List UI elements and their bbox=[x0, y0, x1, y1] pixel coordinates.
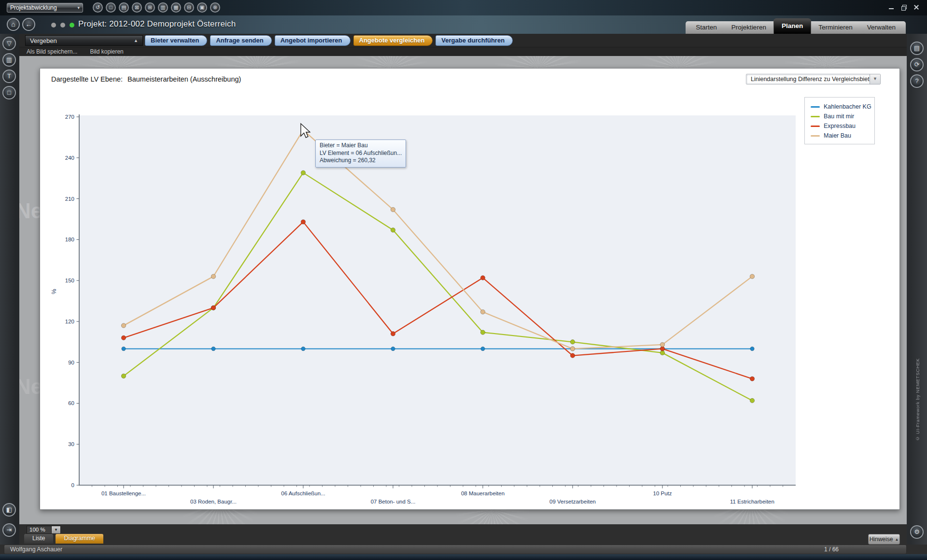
context-actions: Als Bild speichern...Bild kopieren bbox=[19, 47, 907, 56]
left-rail: ▽▥T□◧⇥ bbox=[0, 34, 19, 545]
svg-text:150: 150 bbox=[65, 278, 74, 283]
legend-line-swatch bbox=[811, 116, 820, 117]
close-document-icon[interactable]: ⊗ bbox=[210, 2, 220, 13]
svg-text:210: 210 bbox=[65, 196, 74, 202]
svg-text:180: 180 bbox=[65, 237, 74, 242]
chevron-down-icon[interactable]: ▼ bbox=[52, 526, 61, 534]
window-tool-icon[interactable]: □ bbox=[2, 86, 16, 99]
copy-icon[interactable]: ⊞ bbox=[145, 2, 155, 13]
page-indicator: 1 / 66 bbox=[824, 546, 839, 553]
view-tab-diagramme[interactable]: Diagramme bbox=[56, 534, 103, 544]
svg-text:270: 270 bbox=[65, 114, 74, 120]
hints-label: Hinweise bbox=[870, 536, 893, 543]
undo-icon[interactable]: ↺ bbox=[93, 2, 103, 13]
back-icon[interactable]: ← bbox=[22, 18, 35, 31]
legend-label: Bau mit mir bbox=[824, 113, 854, 120]
anfrage-senden-button[interactable]: Anfrage senden bbox=[210, 35, 271, 46]
svg-text:30: 30 bbox=[68, 441, 74, 447]
legend-label: Maier Bau bbox=[824, 132, 851, 139]
phase-selector-label: Vergeben bbox=[30, 37, 57, 44]
phase-selector[interactable]: Vergeben ▲ bbox=[25, 35, 143, 46]
cut-icon[interactable]: ⊠ bbox=[132, 2, 142, 13]
app-module-label: Projektabwicklung bbox=[10, 4, 57, 11]
print-icon[interactable]: ⊟ bbox=[184, 2, 194, 13]
svg-text:03 Roden, Baugr...: 03 Roden, Baugr... bbox=[190, 499, 237, 504]
project-headerbar: ⌂ ← Projekt: 2012-002 Demoprojekt Österr… bbox=[0, 15, 927, 34]
tab-starten[interactable]: Starten bbox=[688, 21, 724, 34]
minimize-button[interactable] bbox=[888, 4, 894, 10]
restore-button[interactable] bbox=[901, 4, 907, 10]
vergabe-durchführen-button[interactable]: Vergabe durchführen bbox=[435, 35, 513, 46]
bieter-verwalten-button[interactable]: Bieter verwalten bbox=[145, 35, 207, 46]
text-tool-icon[interactable]: T bbox=[2, 70, 16, 83]
status-dot-1 bbox=[51, 23, 56, 28]
svg-text:240: 240 bbox=[65, 155, 74, 161]
titlebar: Projektabwicklung ▾ ↺□▤⊠⊞▥▦⊟▣⊗ bbox=[0, 0, 927, 15]
tooltip-line-3: Abweichung = 260,32 bbox=[320, 157, 402, 165]
svg-text:07 Beton- und S...: 07 Beton- und S... bbox=[371, 499, 416, 504]
project-title: Projekt: 2012-002 Demoprojekt Österreich bbox=[78, 19, 236, 29]
tooltip-line-2: LV Element = 06 Aufschließun... bbox=[320, 150, 402, 157]
legend-item: Bau mit mir bbox=[811, 112, 871, 121]
new-document-icon[interactable]: □ bbox=[106, 2, 116, 13]
legend-item: Kahlenbacher KG bbox=[811, 102, 871, 112]
svg-text:90: 90 bbox=[68, 360, 74, 365]
watermark-text: Ne bbox=[19, 199, 42, 223]
chevron-down-icon: ▾ bbox=[77, 5, 80, 10]
statusbar: Wolfgang Aschauer 1 / 66 bbox=[4, 545, 907, 554]
comparison-line-chart[interactable]: 0306090120150180210240270%01 Baustelleng… bbox=[40, 69, 900, 510]
legend-label: Expressbau bbox=[824, 123, 856, 129]
legend-line-swatch bbox=[811, 126, 820, 127]
tab-terminieren[interactable]: Terminieren bbox=[811, 21, 860, 34]
zoom-control[interactable]: 100 % ▼ bbox=[27, 526, 61, 534]
application-window: Projektabwicklung ▾ ↺□▤⊠⊞▥▦⊟▣⊗ ⌂ ← Proje… bbox=[0, 0, 927, 560]
content-canvas: Ne Ne Dargestellte LV Ebene:Baumeisterar… bbox=[19, 56, 907, 524]
svg-text:120: 120 bbox=[65, 319, 74, 324]
zoom-value: 100 % bbox=[27, 526, 52, 534]
toolbar-strip: Vergeben ▲ Bieter verwaltenAnfrage sende… bbox=[19, 34, 907, 47]
window-icon[interactable]: ▣ bbox=[197, 2, 207, 13]
status-dot-3 bbox=[70, 23, 74, 28]
filter-phase-icon[interactable]: ▽ bbox=[2, 37, 16, 50]
angebote-vergleichen-button[interactable]: Angebote vergleichen bbox=[353, 35, 433, 46]
hints-button[interactable]: Hinweise ▲ bbox=[868, 534, 900, 545]
svg-text:0: 0 bbox=[71, 482, 74, 488]
quick-access-toolbar: ↺□▤⊠⊞▥▦⊟▣⊗ bbox=[93, 2, 220, 13]
refresh-icon[interactable]: ⟳ bbox=[910, 58, 924, 71]
navigator-icon[interactable]: ▤ bbox=[910, 42, 924, 55]
context-action-2[interactable]: Bild kopieren bbox=[90, 48, 123, 55]
close-button[interactable] bbox=[913, 4, 919, 10]
exit-arrow-icon[interactable]: ⇥ bbox=[2, 523, 16, 537]
app-module-select[interactable]: Projektabwicklung ▾ bbox=[7, 3, 83, 13]
tooltip-line-1: Bieter = Maier Bau bbox=[320, 142, 402, 150]
save-icon[interactable]: ▦ bbox=[171, 2, 181, 13]
status-dot-2 bbox=[60, 23, 65, 28]
ribbon-tabs: StartenProjektierenPlanenTerminierenVerw… bbox=[686, 21, 906, 34]
status-user: Wolfgang Aschauer bbox=[10, 546, 62, 553]
tab-projektieren[interactable]: Projektieren bbox=[724, 21, 773, 34]
chart-panel: Dargestellte LV Ebene:Baumeisterarbeiten… bbox=[40, 68, 900, 510]
panel-toggle-icon[interactable]: ◧ bbox=[2, 503, 16, 517]
legend-line-swatch bbox=[811, 106, 820, 108]
chart-view-icon[interactable]: ▥ bbox=[2, 53, 16, 67]
context-action-1[interactable]: Als Bild speichern... bbox=[27, 48, 77, 55]
watermark-text: Ne bbox=[19, 375, 42, 399]
legend-item: Maier Bau bbox=[811, 131, 871, 140]
legend-line-swatch bbox=[811, 135, 820, 137]
settings-gear-icon[interactable]: ⚙ bbox=[910, 525, 924, 539]
svg-text:01 Baustellenge...: 01 Baustellenge... bbox=[101, 490, 146, 496]
paste-icon[interactable]: ▥ bbox=[158, 2, 168, 13]
chevron-up-icon: ▲ bbox=[895, 537, 899, 542]
angebot-importieren-button[interactable]: Angebot importieren bbox=[275, 35, 351, 46]
tab-verwalten[interactable]: Verwalten bbox=[860, 21, 903, 34]
home-icon[interactable]: ⌂ bbox=[7, 18, 20, 31]
open-icon[interactable]: ▤ bbox=[119, 2, 129, 13]
tab-planen[interactable]: Planen bbox=[773, 18, 811, 34]
framework-credit: © UI-Framework by NEMETSCHEK bbox=[915, 358, 920, 441]
view-tab-liste[interactable]: Liste bbox=[24, 534, 53, 544]
status-dots bbox=[51, 23, 74, 28]
help-icon[interactable]: ? bbox=[910, 74, 924, 88]
chevron-up-icon: ▲ bbox=[134, 38, 138, 43]
svg-text:10 Putz: 10 Putz bbox=[653, 490, 672, 496]
view-tabs: ListeDiagramme bbox=[24, 534, 103, 544]
